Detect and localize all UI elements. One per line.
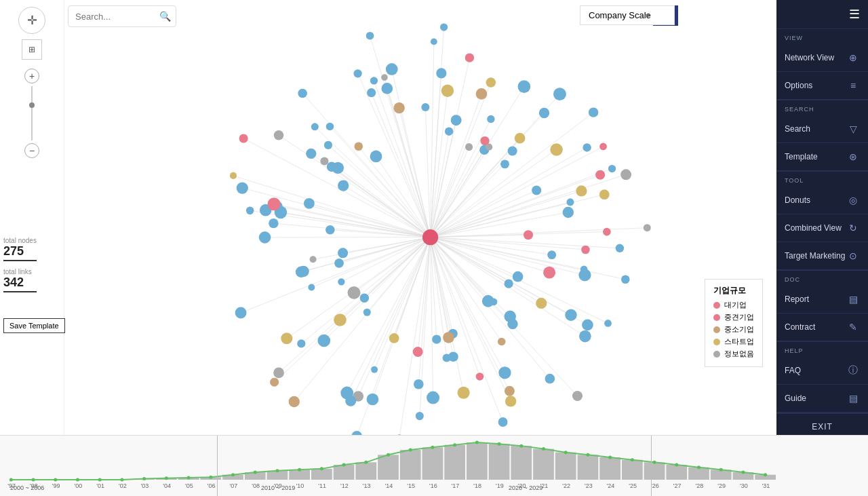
- tool-section-label: TOOL: [776, 172, 868, 187]
- legend-dot-medium: [713, 326, 720, 333]
- save-template-button[interactable]: Save Template: [3, 318, 65, 333]
- sidebar-item-donuts[interactable]: Donuts ◎: [776, 187, 868, 214]
- svg-point-203: [267, 197, 280, 210]
- svg-point-224: [366, 32, 374, 40]
- sidebar-item-search[interactable]: Search ▽: [776, 115, 868, 143]
- svg-point-258: [563, 207, 574, 218]
- combined-view-label: Combined View: [785, 223, 842, 233]
- network-view-label: Network View: [785, 53, 834, 62]
- svg-point-152: [505, 396, 516, 406]
- svg-point-180: [334, 313, 347, 326]
- sidebar-item-template[interactable]: Template ⊛: [776, 143, 868, 171]
- svg-point-253: [599, 143, 607, 151]
- svg-line-64: [330, 230, 431, 237]
- svg-point-239: [487, 115, 494, 123]
- svg-point-216: [354, 142, 363, 151]
- svg-line-15: [431, 237, 513, 324]
- help-section-label: HELP: [776, 342, 868, 357]
- compass-nav[interactable]: ✛: [18, 7, 45, 34]
- donuts-label: Donuts: [785, 195, 810, 205]
- svg-point-182: [360, 293, 369, 302]
- combined-view-icon: ↻: [846, 221, 860, 235]
- hamburger-icon[interactable]: ☰: [849, 7, 860, 22]
- compass-icon: ✛: [27, 13, 37, 28]
- zoom-slider[interactable]: [31, 86, 33, 140]
- svg-point-173: [371, 366, 378, 373]
- svg-point-191: [296, 267, 307, 278]
- zoom-in-button[interactable]: +: [24, 69, 39, 83]
- zoom-handle[interactable]: [29, 102, 35, 108]
- total-nodes-label: total nodes: [3, 237, 37, 244]
- svg-point-246: [515, 133, 526, 144]
- fit-icon: ⊞: [28, 45, 35, 54]
- sidebar-section-tool: TOOL Donuts ◎ Combined View ↻ Target Mar…: [776, 172, 868, 271]
- legend-dot-large: [713, 302, 720, 309]
- svg-point-132: [616, 244, 624, 252]
- svg-point-184: [338, 278, 344, 285]
- svg-point-178: [273, 368, 284, 379]
- company-scale-dropdown-container: Company Scale ▼: [580, 5, 675, 25]
- svg-line-25: [431, 237, 510, 392]
- svg-point-157: [458, 387, 470, 399]
- sidebar-item-combined-view[interactable]: Combined View ↻: [776, 214, 868, 242]
- svg-point-144: [582, 320, 593, 331]
- timeline-canvas[interactable]: [0, 436, 776, 496]
- legend-label-medium: 중소기업: [724, 324, 754, 335]
- svg-line-50: [301, 237, 430, 344]
- svg-point-260: [524, 230, 533, 240]
- faq-icon: ⓘ: [846, 364, 860, 377]
- svg-point-242: [508, 146, 517, 155]
- svg-point-254: [620, 169, 631, 180]
- zoom-plus-icon: +: [29, 71, 35, 81]
- svg-line-62: [313, 237, 431, 260]
- fit-view-button[interactable]: ⊞: [22, 39, 42, 60]
- svg-line-23: [431, 237, 502, 342]
- svg-line-21: [431, 237, 511, 402]
- svg-point-231: [451, 115, 462, 126]
- svg-point-247: [589, 107, 598, 117]
- svg-point-208: [306, 149, 316, 159]
- svg-point-250: [532, 186, 541, 195]
- guide-label: Guide: [785, 394, 806, 403]
- svg-line-56: [241, 237, 430, 313]
- legend-item-large: 대기업: [713, 300, 754, 310]
- svg-point-141: [536, 298, 547, 309]
- svg-point-245: [539, 108, 549, 118]
- svg-point-134: [621, 275, 630, 284]
- company-scale-dropdown[interactable]: Company Scale: [580, 5, 675, 25]
- svg-point-228: [441, 85, 454, 97]
- svg-point-196: [269, 218, 278, 228]
- doc-section-label: DOC: [776, 271, 868, 286]
- svg-point-163: [427, 392, 439, 404]
- sidebar-item-contract[interactable]: Contract ✎: [776, 313, 868, 341]
- total-links-value: 342: [3, 275, 37, 292]
- svg-point-205: [338, 180, 349, 191]
- zoom-control: + −: [24, 69, 39, 158]
- svg-point-192: [338, 248, 348, 258]
- right-sidebar: ☰ VIEW Network View ⊕ Options ≡ SEARCH S…: [776, 0, 868, 435]
- exit-button[interactable]: EXIT: [776, 413, 868, 435]
- sidebar-item-faq[interactable]: FAQ ⓘ: [776, 357, 868, 385]
- sidebar-item-network-view[interactable]: Network View ⊕: [776, 44, 868, 72]
- network-view-icon: ⊕: [846, 51, 860, 64]
- guide-icon: ▤: [846, 392, 860, 405]
- svg-line-26: [431, 237, 464, 393]
- svg-point-232: [436, 68, 446, 78]
- svg-point-176: [289, 396, 300, 407]
- svg-line-46: [367, 237, 430, 313]
- sidebar-item-target-marketing[interactable]: Target Marketing ⊙: [776, 242, 868, 270]
- svg-point-166: [414, 379, 424, 389]
- svg-point-185: [348, 286, 361, 299]
- svg-point-248: [583, 143, 591, 151]
- zoom-out-button[interactable]: −: [24, 143, 39, 158]
- sidebar-item-report[interactable]: Report ▤: [776, 286, 868, 313]
- sidebar-item-guide[interactable]: Guide ▤: [776, 385, 868, 413]
- timeline-divider-right: [651, 436, 652, 496]
- sidebar-item-options[interactable]: Options ≡: [776, 72, 868, 100]
- svg-point-207: [274, 130, 283, 140]
- legend-title: 기업규모: [713, 285, 754, 297]
- svg-point-151: [572, 391, 583, 401]
- svg-point-215: [326, 123, 334, 131]
- svg-point-217: [353, 69, 361, 77]
- svg-line-54: [354, 237, 431, 293]
